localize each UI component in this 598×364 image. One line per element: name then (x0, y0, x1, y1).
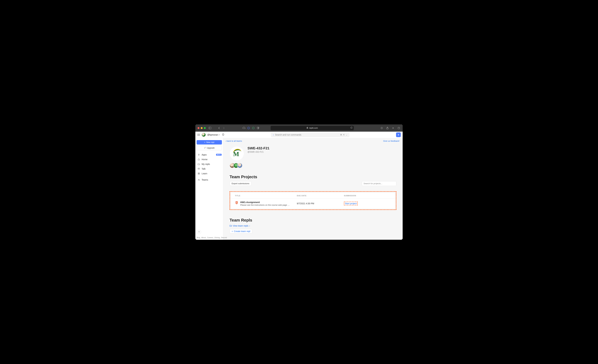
url-bar[interactable]: replit.com (271, 126, 354, 130)
chevron-right-icon: › (249, 225, 250, 227)
nav-label: Learn (202, 172, 207, 175)
extension-icon-1[interactable] (247, 126, 250, 130)
command-search-wrap: › Search and run commands ⌘ K ⌄ (226, 132, 394, 137)
cmd-key: ⌘ (340, 134, 342, 136)
svg-rect-11 (198, 174, 199, 174)
upgrade-label: Upgrade (207, 147, 215, 149)
new-button[interactable]: + (396, 132, 401, 137)
upgrade-button[interactable]: Upgrade (197, 146, 222, 150)
nav-label: Talk (202, 168, 206, 170)
footer-careers[interactable]: Careers (207, 237, 213, 238)
footer-discord[interactable]: Discord (221, 237, 227, 238)
back-to-teams-link[interactable]: ‹ back to all teams (225, 140, 242, 142)
projects-search[interactable]: Search for projects... (362, 181, 396, 186)
notifications-icon[interactable] (222, 133, 224, 137)
chevron-down-icon: ⌄ (346, 134, 347, 136)
nav-teams[interactable]: Teams (196, 178, 222, 182)
search-placeholder: Search and run commands (275, 134, 339, 136)
annotation-highlight: TITLE DUE DATE SUBMISSION (230, 191, 396, 210)
url-host: replit.com (309, 127, 318, 129)
project-title[interactable]: HW1-Assignment (240, 201, 291, 203)
view-team-repls-link[interactable]: View team repls › (230, 225, 396, 227)
team-members[interactable] (230, 163, 396, 168)
team-name: SWE-432-F21 (248, 146, 269, 150)
sidebar-toggle-icon[interactable] (208, 126, 212, 130)
svg-point-14 (199, 179, 199, 180)
browser-chrome: replit.com (195, 124, 403, 132)
svg-point-3 (252, 127, 254, 129)
reload-icon[interactable] (350, 127, 353, 129)
export-submissions-button[interactable]: Export submissions (230, 181, 251, 186)
nav-talk[interactable]: Talk (196, 166, 222, 171)
main-content: ‹ back to all teams Give us feedback! (223, 138, 403, 240)
svg-rect-4 (307, 128, 308, 129)
window-controls (198, 127, 206, 129)
help-button[interactable]: ? (197, 230, 201, 234)
project-desc: Please see the instructions on the cours… (240, 204, 291, 206)
project-row: HW1-Assignment Please see the instructio… (231, 199, 395, 209)
svg-rect-9 (198, 173, 199, 173)
privacy-icon[interactable] (256, 126, 260, 130)
extension-icon-2[interactable] (252, 126, 255, 130)
team-logo: M (230, 146, 244, 161)
create-team-repl-button[interactable]: + Create team repl (230, 229, 252, 234)
maximize-window-icon[interactable] (204, 127, 206, 129)
plus-icon: + (232, 230, 233, 233)
back-icon[interactable] (217, 126, 221, 130)
back-label: back to all teams (227, 140, 242, 142)
nav-myrepls[interactable]: My repls (196, 162, 222, 166)
nav-label: My repls (202, 163, 210, 165)
share-icon[interactable] (386, 126, 389, 130)
footer-pricing[interactable]: Pricing (215, 237, 220, 238)
talk-icon (198, 168, 200, 170)
apps-icon (198, 154, 200, 156)
learn-icon (198, 172, 200, 175)
rocket-icon (204, 147, 206, 149)
chevron-left-icon: ‹ (225, 140, 226, 142)
footer-links: Blog About Careers Pricing Discord (197, 237, 222, 238)
forward-icon[interactable] (222, 126, 225, 130)
minimize-window-icon[interactable] (201, 127, 203, 129)
menu-icon[interactable] (197, 134, 200, 136)
nav-apps[interactable]: Apps BETA (196, 152, 222, 157)
command-search[interactable]: › Search and run commands ⌘ K ⌄ (271, 132, 349, 137)
new-tab-icon[interactable] (391, 126, 395, 130)
create-repl-label: Create team repl (234, 230, 250, 233)
member-avatar (237, 163, 242, 168)
user-avatar[interactable] (202, 133, 206, 137)
plus-icon: + (204, 141, 205, 143)
folder-icon (230, 225, 232, 227)
start-project-link[interactable]: Start project (344, 202, 357, 205)
export-label: Export submissions (232, 182, 249, 185)
footer-blog[interactable]: Blog (197, 237, 200, 238)
breadcrumb-row: ‹ back to all teams Give us feedback! (223, 138, 403, 142)
app-shell: @kpmoran ▾ › Search and run commands ⌘ K… (195, 132, 403, 240)
feedback-link[interactable]: Give us feedback! (383, 140, 399, 142)
username-dropdown[interactable]: @kpmoran ▾ (207, 134, 220, 136)
downloads-icon[interactable] (380, 126, 383, 130)
html5-icon (235, 201, 238, 205)
projects-actions: Export submissions Search for projects..… (230, 181, 396, 186)
footer-about[interactable]: About (201, 237, 206, 238)
svg-rect-10 (199, 173, 199, 173)
projects-table-header: TITLE DUE DATE SUBMISSION (231, 193, 395, 199)
team-handle: @SWE-432-F21 (248, 151, 269, 153)
new-repl-button[interactable]: + New repl (197, 140, 222, 145)
app-topbar: @kpmoran ▾ › Search and run commands ⌘ K… (195, 132, 403, 138)
nav-learn[interactable]: Learn (196, 171, 222, 176)
close-window-icon[interactable] (198, 127, 199, 129)
projects-search-placeholder: Search for projects... (364, 182, 382, 185)
svg-rect-0 (209, 127, 211, 129)
beta-badge: BETA (216, 154, 222, 156)
lock-icon (307, 127, 308, 129)
tabs-icon[interactable] (397, 126, 400, 130)
chevron-down-icon: ▾ (219, 134, 220, 136)
team-projects-heading: Team Projects (230, 174, 396, 179)
cloud-icon[interactable] (242, 126, 246, 130)
svg-point-13 (198, 179, 199, 180)
k-key: K (343, 134, 345, 136)
nav-home[interactable]: Home (196, 157, 222, 162)
prompt-icon: › (273, 134, 274, 136)
nav-list: Apps BETA Home My repls (196, 152, 222, 182)
nav-label: Teams (202, 178, 208, 181)
